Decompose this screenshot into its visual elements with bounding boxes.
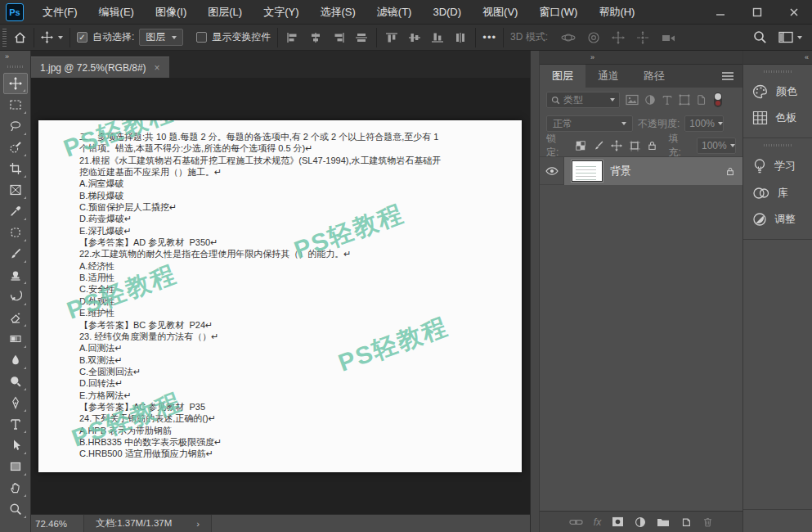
filter-type-layers-icon[interactable] — [662, 94, 673, 106]
layer-style-fx-icon[interactable]: fx — [594, 516, 601, 528]
menu-item[interactable]: 文件(F) — [32, 0, 88, 25]
history-brush-tool[interactable] — [3, 286, 28, 307]
dodge-tool[interactable] — [3, 371, 28, 392]
auto-select-target-dropdown[interactable]: 图层 — [139, 29, 183, 46]
clone-stamp-tool[interactable] — [3, 264, 28, 286]
3d-drag-icon[interactable] — [612, 31, 625, 44]
3d-roll-icon[interactable] — [587, 31, 600, 44]
eraser-tool[interactable] — [3, 307, 28, 328]
pen-tool[interactable] — [3, 392, 28, 413]
menu-item[interactable]: 3D(D) — [422, 0, 472, 25]
layer-row-background[interactable]: 背景 — [540, 157, 742, 185]
collapse-panels-icon[interactable]: » — [590, 53, 594, 61]
document-info-field[interactable]: 文档:1.37M/1.37M › — [83, 515, 212, 532]
blend-mode-dropdown[interactable]: 正常 — [546, 115, 633, 132]
rectangle-shape-tool[interactable] — [3, 456, 28, 477]
layer-name[interactable]: 背景 — [610, 164, 631, 178]
quick-selection-tool[interactable] — [3, 137, 28, 158]
align-center-v-icon[interactable] — [408, 32, 421, 43]
align-top-icon[interactable] — [385, 32, 398, 43]
menu-item[interactable]: 编辑(E) — [88, 0, 145, 25]
auto-select-checkbox[interactable]: ✓ — [77, 32, 87, 43]
align-center-h-icon[interactable] — [309, 32, 322, 43]
tab-paths[interactable]: 路径 — [631, 65, 677, 88]
menu-item[interactable]: 文字(Y) — [253, 0, 309, 25]
dock-grip[interactable] — [764, 144, 792, 147]
menu-item[interactable]: 图层(L) — [197, 0, 253, 25]
crop-tool[interactable] — [3, 158, 28, 179]
blur-tool[interactable] — [3, 349, 28, 371]
canvas-page[interactable]: 二、多项选择题:共 10 题.每题 2 分。每题的备选项中,有 2 个或 2 个… — [38, 120, 522, 472]
layer-visibility-toggle[interactable] — [540, 157, 564, 185]
path-selection-tool[interactable] — [3, 435, 28, 456]
dock-item-libraries[interactable]: 库 — [743, 180, 812, 206]
menu-item[interactable]: 窗口(W) — [528, 0, 588, 25]
lock-artboard-icon[interactable] — [629, 140, 640, 151]
close-button[interactable] — [775, 0, 812, 24]
document-tab[interactable]: 1.jpg @ 72.5%(RGB/8#) × — [31, 56, 169, 78]
toolbar-grip[interactable] — [7, 65, 24, 68]
filter-type-dropdown[interactable]: 类型 — [546, 92, 620, 108]
gradient-tool[interactable] — [3, 328, 28, 349]
show-transform-checkbox[interactable] — [196, 32, 207, 43]
align-bottom-icon[interactable] — [431, 32, 444, 43]
spot-healing-brush-tool[interactable] — [3, 222, 28, 243]
status-chevron-icon[interactable]: › — [196, 519, 200, 529]
menu-item[interactable]: 视图(V) — [472, 0, 528, 25]
align-right-icon[interactable] — [332, 32, 345, 43]
distribute-h-icon[interactable] — [355, 32, 368, 43]
3d-orbit-icon[interactable] — [561, 31, 576, 44]
layer-thumbnail[interactable] — [572, 160, 603, 182]
home-icon[interactable] — [13, 31, 27, 44]
new-group-icon[interactable] — [657, 516, 670, 527]
filter-adjustment-layers-icon[interactable] — [644, 94, 656, 106]
dock-item-swatches[interactable]: 色板 — [743, 105, 812, 131]
add-layer-mask-icon[interactable] — [612, 516, 624, 527]
tab-layers[interactable]: 图层 — [540, 65, 585, 88]
menu-item[interactable]: 帮助(H) — [588, 0, 645, 25]
expand-panels-icon[interactable]: « — [805, 53, 808, 61]
tab-close-icon[interactable]: × — [155, 62, 160, 74]
filter-pixel-layers-icon[interactable] — [626, 94, 639, 106]
link-layers-icon[interactable] — [569, 517, 583, 527]
filter-on-off-toggle[interactable] — [714, 92, 722, 107]
canvas-viewport[interactable]: 二、多项选择题:共 10 题.每题 2 分。每题的备选项中,有 2 个或 2 个… — [31, 78, 530, 514]
menu-item[interactable]: 滤镜(T) — [366, 0, 423, 25]
panel-menu-icon[interactable] — [721, 65, 742, 88]
lock-position-icon[interactable] — [611, 140, 622, 151]
filter-shape-layers-icon[interactable] — [679, 94, 690, 106]
move-tool[interactable] — [3, 73, 28, 94]
minimize-button[interactable] — [702, 0, 738, 24]
toolbar-collapse-icon[interactable]: » — [0, 51, 8, 61]
lock-transparency-icon[interactable] — [575, 140, 586, 151]
tab-channels[interactable]: 通道 — [585, 65, 631, 88]
menu-item[interactable]: 选择(S) — [309, 0, 366, 25]
brush-tool[interactable] — [3, 243, 28, 264]
dock-grip[interactable] — [764, 70, 792, 73]
delete-layer-icon[interactable] — [702, 516, 713, 528]
dock-item-adjustments[interactable]: 调整 — [743, 206, 812, 232]
zoom-level-field[interactable]: 72.46% — [31, 519, 75, 529]
dock-item-learn[interactable]: 学习 — [743, 152, 812, 180]
new-layer-icon[interactable] — [680, 516, 692, 528]
search-icon[interactable] — [753, 30, 767, 44]
tool-preset[interactable] — [34, 31, 70, 43]
frame-tool[interactable] — [3, 179, 28, 201]
lasso-tool[interactable] — [3, 115, 28, 137]
type-tool[interactable] — [3, 413, 28, 435]
more-align-options[interactable]: ••• — [476, 31, 503, 43]
menu-item[interactable]: 图像(I) — [145, 0, 197, 25]
dock-item-colors[interactable]: 颜色 — [743, 79, 812, 105]
fill-value-field[interactable]: 100% — [697, 138, 736, 154]
3d-camera-icon[interactable] — [661, 32, 677, 43]
new-adjustment-layer-icon[interactable] — [635, 516, 646, 528]
dock-collapse-strip[interactable]: « — [743, 51, 812, 65]
eyedropper-tool[interactable] — [3, 201, 28, 222]
align-left-icon[interactable] — [286, 32, 299, 43]
3d-slide-icon[interactable] — [636, 31, 649, 44]
hand-tool[interactable] — [3, 477, 28, 498]
filter-smart-objects-icon[interactable] — [696, 94, 707, 106]
panel-dock-gutter[interactable] — [530, 51, 540, 532]
zoom-tool[interactable] — [3, 498, 28, 520]
lock-pixels-icon[interactable] — [593, 140, 604, 151]
